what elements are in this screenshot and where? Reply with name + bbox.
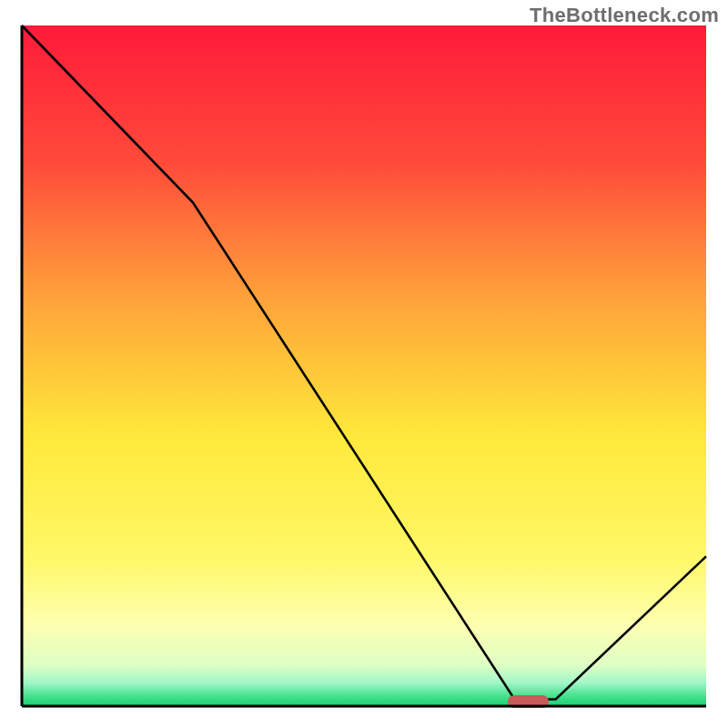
watermark-text: TheBottleneck.com — [530, 4, 719, 27]
bottleneck-chart — [0, 0, 728, 728]
chart-gradient-background — [22, 25, 706, 706]
